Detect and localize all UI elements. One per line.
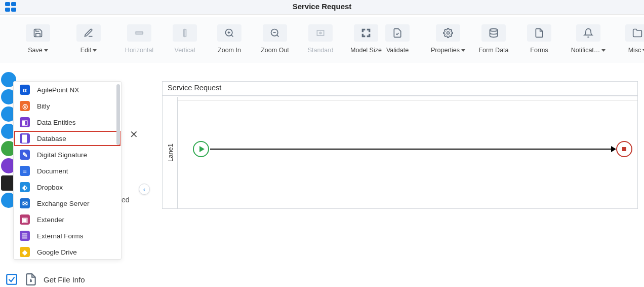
edit-button[interactable]: Edit — [71, 24, 106, 54]
misc-button[interactable]: Misc — [620, 24, 644, 54]
activity-item-document[interactable]: ≡Document — [14, 163, 121, 179]
svg-point-14 — [490, 29, 498, 31]
activity-label: Database — [37, 135, 66, 142]
svg-point-12 — [319, 32, 321, 33]
notifications-button[interactable]: Notificat… — [567, 24, 610, 54]
activity-item-data-entities[interactable]: ◧Data Entities — [14, 114, 121, 130]
folder-icon — [625, 24, 644, 42]
svg-rect-15 — [7, 274, 17, 284]
activity-icon: ▣ — [20, 214, 30, 225]
share-icon — [5, 273, 18, 286]
validate-label: Validate — [386, 47, 409, 54]
activity-item-external-forms[interactable]: ☰External Forms — [14, 228, 121, 244]
zoom-standard-button[interactable]: Standard — [303, 24, 338, 54]
notifications-label: Notificat… — [571, 47, 600, 54]
activity-label: Extender — [37, 216, 64, 224]
save-button[interactable]: Save — [20, 24, 56, 54]
edit-label: Edit — [80, 47, 92, 54]
activity-category-popup: αAgilePoint NX◎Bitly◧Data Entities▉Datab… — [13, 81, 122, 260]
caret-down-icon — [461, 49, 465, 52]
activity-item-exchange-server[interactable]: ✉Exchange Server — [14, 195, 121, 211]
model-size-button[interactable]: Model Size — [348, 24, 384, 54]
svg-line-5 — [231, 35, 233, 37]
save-icon — [26, 24, 50, 42]
process-canvas[interactable]: Service Request Lane1 — [162, 81, 638, 209]
activity-label: Exchange Server — [37, 200, 90, 207]
zoom-in-button[interactable]: Zoom In — [212, 24, 247, 54]
activity-label: Document — [37, 167, 68, 175]
lane-header[interactable]: Lane1 — [163, 97, 178, 208]
zoom-out-button[interactable]: Zoom Out — [257, 24, 293, 54]
align-vertical-button[interactable]: Vertical — [167, 24, 203, 54]
form-data-button[interactable]: Form Data — [476, 24, 511, 54]
activity-item-database[interactable]: ▉Database — [14, 130, 121, 147]
align-horizontal-icon — [127, 24, 151, 42]
edit-icon — [76, 24, 101, 42]
bell-icon — [576, 24, 600, 42]
form-data-label: Form Data — [478, 47, 508, 54]
top-header: Service Request — [0, 0, 644, 15]
lane-divider — [178, 100, 637, 101]
zoom-standard-label: Standard — [308, 47, 334, 54]
activity-icon: α — [20, 85, 30, 95]
validate-icon — [385, 24, 410, 42]
file-info-icon — [24, 273, 37, 286]
validate-button[interactable]: Validate — [380, 24, 415, 54]
activity-icon: ◎ — [20, 101, 30, 111]
model-size-icon — [354, 24, 378, 42]
zoom-in-icon — [217, 24, 242, 42]
activity-label: Bitly — [37, 102, 50, 110]
activity-icon: ✎ — [20, 150, 30, 160]
activity-label: AgilePoint NX — [37, 86, 79, 94]
toolbar: Save Edit Horizontal Vertical Zoom In Zo… — [0, 17, 644, 63]
activity-item-extender[interactable]: ▣Extender — [14, 211, 121, 228]
scrollbar[interactable] — [116, 84, 120, 145]
svg-rect-11 — [317, 30, 324, 35]
activity-icon: ◆ — [20, 247, 30, 257]
zoom-in-label: Zoom In — [218, 47, 241, 54]
activity-icon: ▉ — [20, 133, 30, 144]
collapse-panel-icon[interactable]: ‹ — [139, 184, 150, 195]
activity-label: Data Entities — [37, 119, 76, 126]
canvas-title: Service Request — [163, 82, 637, 96]
forms-label: Forms — [530, 47, 548, 54]
activity-icon: ◧ — [20, 117, 30, 127]
align-horizontal-label: Horizontal — [125, 47, 153, 54]
properties-button[interactable]: Properties — [430, 24, 466, 54]
close-icon[interactable]: ✕ — [130, 128, 138, 140]
get-file-info-item[interactable]: Get File Info — [5, 273, 85, 286]
lane-body[interactable] — [178, 96, 637, 208]
activity-label: Google Drive — [37, 248, 77, 256]
forms-icon — [527, 24, 551, 42]
svg-line-9 — [277, 35, 279, 37]
lane-label: Lane1 — [166, 144, 174, 162]
align-vertical-icon — [173, 24, 197, 42]
gear-icon — [436, 24, 460, 42]
misc-label: Misc — [628, 47, 641, 54]
flow-connector[interactable] — [210, 149, 614, 150]
activity-label: Digital Signature — [37, 151, 87, 159]
align-horizontal-button[interactable]: Horizontal — [122, 24, 157, 54]
align-vertical-label: Vertical — [175, 47, 195, 54]
activity-item-agilepoint-nx[interactable]: αAgilePoint NX — [14, 82, 121, 98]
svg-point-16 — [30, 280, 31, 281]
save-label: Save — [28, 47, 43, 54]
model-size-label: Model Size — [350, 47, 382, 54]
activity-item-digital-signature[interactable]: ✎Digital Signature — [14, 147, 121, 163]
svg-point-13 — [447, 32, 450, 34]
caret-down-icon — [601, 49, 606, 52]
forms-button[interactable]: Forms — [521, 24, 557, 54]
activity-icon: ≡ — [20, 166, 30, 176]
caret-down-icon — [44, 49, 48, 52]
database-icon — [481, 24, 506, 42]
activity-item-bitly[interactable]: ◎Bitly — [14, 98, 121, 114]
start-node[interactable] — [193, 141, 209, 157]
activity-icon: ⬖ — [20, 182, 30, 192]
end-node[interactable] — [616, 141, 632, 157]
activity-label: External Forms — [37, 232, 84, 240]
activity-item-dropbox[interactable]: ⬖Dropbox — [14, 179, 121, 195]
zoom-out-label: Zoom Out — [261, 47, 289, 54]
activity-item-google-drive[interactable]: ◆Google Drive — [14, 244, 121, 260]
activity-icon: ✉ — [20, 198, 30, 208]
activity-label: Dropbox — [37, 184, 63, 191]
